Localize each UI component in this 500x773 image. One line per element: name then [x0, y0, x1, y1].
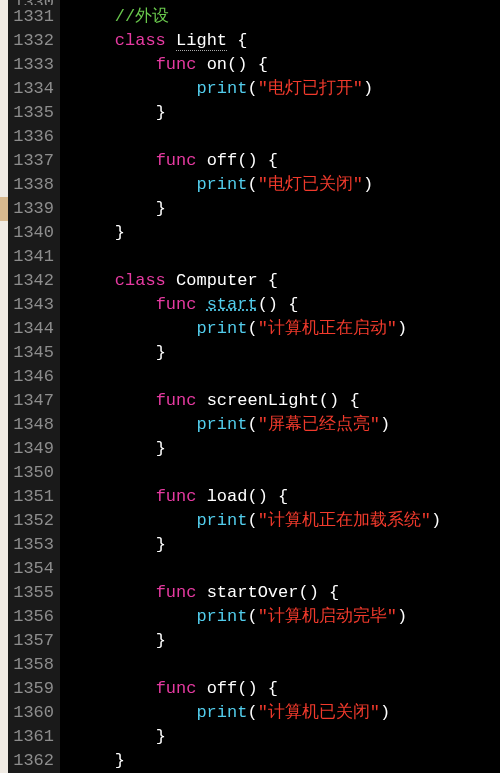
code-line[interactable]: print("电灯已关闭") [74, 173, 500, 197]
line-number: 1345 [8, 341, 60, 365]
code-token: ( [247, 175, 257, 194]
code-token [196, 679, 206, 698]
code-token [74, 151, 156, 170]
code-token [166, 31, 176, 50]
code-line[interactable] [74, 365, 500, 389]
code-line[interactable]: //外设 [74, 5, 500, 29]
line-number: 1356 [8, 605, 60, 629]
code-line[interactable]: print("计算机启动完毕") [74, 605, 500, 629]
code-token: () [319, 391, 339, 410]
code-token [74, 271, 115, 290]
line-number: 1338 [8, 173, 60, 197]
code-line[interactable]: print("计算机正在启动") [74, 317, 500, 341]
code-token: { [247, 55, 267, 74]
line-number: 1361 [8, 725, 60, 749]
code-token: } [156, 103, 166, 122]
code-line[interactable]: } [74, 197, 500, 221]
code-token: class [115, 31, 166, 50]
code-line[interactable] [74, 125, 500, 149]
code-line[interactable] [74, 461, 500, 485]
code-token: ) [380, 415, 390, 434]
code-line[interactable]: func on() { [74, 53, 500, 77]
code-line[interactable]: print("计算机已关闭") [74, 701, 500, 725]
code-line[interactable] [74, 653, 500, 677]
code-token [196, 391, 206, 410]
code-line[interactable] [74, 245, 500, 269]
code-token: startOver [207, 583, 299, 602]
code-token: } [156, 727, 166, 746]
code-line[interactable]: } [74, 749, 500, 773]
code-editor-area[interactable]: //外设 class Light { func on() { print("电灯… [60, 0, 500, 773]
code-token [196, 487, 206, 506]
code-token: func [156, 391, 197, 410]
code-token: on [207, 55, 227, 74]
code-line[interactable]: func off() { [74, 149, 500, 173]
code-line[interactable]: print("屏幕已经点亮") [74, 413, 500, 437]
code-token [196, 295, 206, 314]
code-token: { [339, 391, 359, 410]
code-token: ) [397, 319, 407, 338]
code-token: { [227, 31, 247, 50]
code-token: { [258, 271, 278, 290]
line-number: 1362 [8, 749, 60, 773]
code-token: } [156, 439, 166, 458]
code-token: "计算机正在启动" [258, 319, 397, 338]
code-line[interactable]: func startOver() { [74, 581, 500, 605]
code-token [74, 607, 196, 626]
code-line[interactable]: print("电灯已打开") [74, 77, 500, 101]
code-line[interactable]: } [74, 101, 500, 125]
code-token [74, 103, 156, 122]
code-token: ) [431, 511, 441, 530]
code-token [196, 55, 206, 74]
code-line[interactable]: func load() { [74, 485, 500, 509]
gutter-marker [0, 197, 8, 221]
code-line[interactable]: } [74, 725, 500, 749]
line-number: 1332 [8, 29, 60, 53]
line-number: 1344 [8, 317, 60, 341]
editor-left-strip [0, 0, 8, 773]
line-number: 1359 [8, 677, 60, 701]
code-token: func [156, 487, 197, 506]
code-token: print [196, 511, 247, 530]
code-token [74, 55, 156, 74]
code-line[interactable]: } [74, 221, 500, 245]
line-number: 1358 [8, 653, 60, 677]
code-token [74, 79, 196, 98]
line-number: 1355 [8, 581, 60, 605]
code-token: } [156, 535, 166, 554]
code-line[interactable]: } [74, 341, 500, 365]
code-token [74, 391, 156, 410]
code-line[interactable]: func screenLight() { [74, 389, 500, 413]
code-token: { [258, 151, 278, 170]
code-line[interactable]: func start() { [74, 293, 500, 317]
code-line[interactable]: class Light { [74, 29, 500, 53]
code-token: func [156, 295, 197, 314]
line-number: 1348 [8, 413, 60, 437]
code-token [166, 271, 176, 290]
code-line[interactable]: class Computer { [74, 269, 500, 293]
line-number: 1342 [8, 269, 60, 293]
code-token: ) [397, 607, 407, 626]
code-line[interactable] [74, 557, 500, 581]
code-token: () [298, 583, 318, 602]
code-token: //外设 [115, 7, 169, 26]
code-token [74, 751, 115, 770]
code-line[interactable]: print("计算机正在加载系统") [74, 509, 500, 533]
code-token: () [237, 151, 257, 170]
code-token: print [196, 703, 247, 722]
line-number-gutter[interactable]: 1330133113321333133413351336133713381339… [8, 0, 60, 773]
code-token: ( [247, 703, 257, 722]
line-number: 1352 [8, 509, 60, 533]
code-token [74, 511, 196, 530]
line-number: 1340 [8, 221, 60, 245]
code-token [196, 151, 206, 170]
code-token: () [258, 295, 278, 314]
code-token [74, 535, 156, 554]
code-line[interactable]: } [74, 629, 500, 653]
code-token [74, 31, 115, 50]
code-line[interactable]: } [74, 533, 500, 557]
code-token [74, 487, 156, 506]
code-line[interactable]: } [74, 437, 500, 461]
code-line[interactable]: func off() { [74, 677, 500, 701]
code-token: { [258, 679, 278, 698]
